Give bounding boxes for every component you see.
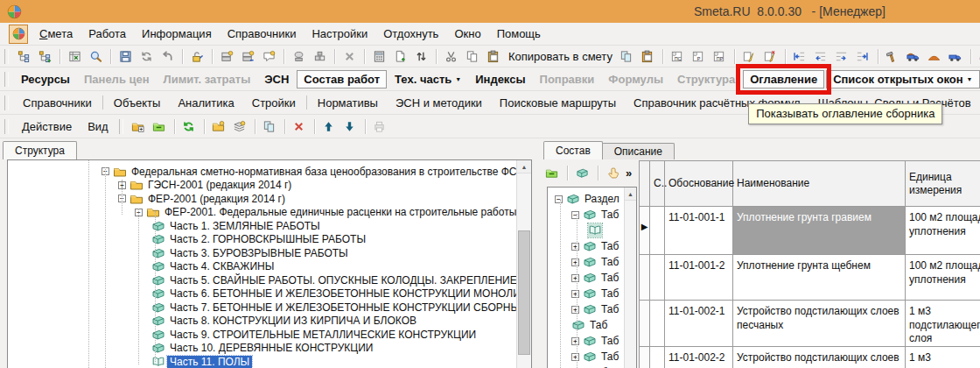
tree-item[interactable]: +Таб [548, 349, 636, 364]
chevron-more-icon[interactable]: » [626, 166, 632, 180]
move-up-button[interactable] [320, 117, 340, 136]
stamp-button[interactable] [290, 47, 309, 66]
tree-item[interactable]: Таб [548, 317, 636, 333]
collapse-toggle-icon[interactable]: − [571, 211, 579, 219]
paste-clipboard-button[interactable] [639, 47, 658, 66]
tree-vertical-scrollbar[interactable]: ▲ [516, 160, 531, 368]
section-поисковые-маршруты[interactable]: Поисковые маршруты [491, 96, 625, 110]
view-tab-состав-работ[interactable]: Состав работ [297, 70, 387, 88]
column-header[interactable]: Обоснование [665, 161, 733, 207]
menu-работа[interactable]: Работа [80, 26, 134, 41]
edit-template-x-button[interactable] [761, 47, 780, 66]
tree-item[interactable]: −Раздел [548, 191, 636, 207]
refresh-green-button[interactable] [180, 117, 200, 136]
delete-x-button[interactable] [340, 47, 360, 66]
tree-item[interactable]: Часть 5. СВАЙНЫЕ РАБОТЫ. ОПУСКНЫЕ КОЛОДЦ… [8, 273, 531, 287]
refresh-button[interactable] [137, 47, 157, 66]
add-page-button[interactable] [391, 47, 410, 66]
tree-item[interactable]: Часть 6. БЕТОННЫЕ И ЖЕЛЕЗОБЕТОННЫЕ КОНСТ… [8, 287, 531, 301]
tab-состав[interactable]: Состав [543, 141, 603, 159]
system-menu-icon[interactable] [9, 25, 28, 44]
search-button[interactable] [87, 47, 106, 66]
toolbar-grip[interactable] [4, 72, 9, 87]
expand-toggle-icon[interactable]: + [571, 274, 579, 282]
expand-toggle-icon[interactable]: + [571, 290, 579, 298]
copy-pages-button[interactable] [261, 117, 280, 136]
tree-item[interactable]: +Таб [548, 254, 636, 270]
copy-button[interactable] [463, 47, 482, 66]
unlock-button[interactable] [188, 47, 207, 66]
tree-item[interactable]: +Таб [548, 301, 636, 317]
toolbar-grip[interactable] [119, 119, 123, 134]
tree-item[interactable]: Часть 10. ДЕРЕВЯННЫЕ КОНСТРУКЦИИ [8, 342, 531, 356]
indent-first-button[interactable] [791, 47, 810, 66]
new-folder-button[interactable] [210, 117, 229, 136]
indent-right-button[interactable] [833, 47, 852, 66]
truck-button[interactable] [947, 47, 966, 66]
menu-настройки[interactable]: Настройки [304, 26, 375, 41]
save-button[interactable] [116, 47, 136, 66]
cut-button[interactable] [442, 47, 461, 66]
tree-item[interactable]: Часть 3. БУРОВЗРЫВНЫЕ РАБОТЫ [8, 246, 531, 260]
folder-expand-button[interactable] [130, 117, 149, 136]
folder-collapse-button[interactable] [542, 163, 563, 182]
cabinet-settings-button[interactable] [218, 47, 237, 66]
toolbar-grip[interactable] [4, 119, 9, 134]
objects-button[interactable] [311, 47, 330, 66]
undo-button[interactable] [158, 47, 178, 66]
view-tab-тех-часть[interactable]: Тех. часть▼ [388, 71, 467, 88]
section-стройки[interactable]: Стройки [243, 96, 304, 110]
book-button[interactable] [573, 163, 593, 182]
view-tab-индексы[interactable]: Индексы [469, 71, 531, 88]
tree-item[interactable]: Часть 2. ГОРНОВСКРЫШНЫЕ РАБОТЫ [8, 233, 531, 247]
toolbar-grip[interactable] [4, 49, 9, 64]
menu-действие[interactable]: Действие [14, 119, 80, 134]
view-tab-список-открытых-окон[interactable]: Список открытых окон▼ [826, 70, 979, 88]
view-tab-ресурсы[interactable]: Ресурсы [15, 71, 76, 88]
tree-item[interactable]: +Таб [548, 270, 636, 286]
indent-last-button[interactable] [854, 47, 873, 66]
tree-item[interactable]: Часть 1. ЗЕМЛЯНЫЕ РАБОТЫ [8, 219, 531, 233]
tree-item[interactable]: +Таб [548, 238, 636, 254]
print-button[interactable] [371, 117, 390, 136]
tree-item[interactable]: Часть 4. СКВАЖИНЫ [8, 260, 531, 274]
truck-load-button[interactable] [905, 47, 924, 66]
column-header[interactable]: Наименование [733, 161, 906, 207]
sort-updown-button[interactable] [412, 47, 431, 66]
scroll-up-icon[interactable]: ▲ [517, 160, 531, 173]
hand-pointer-button[interactable] [604, 163, 624, 182]
column-header[interactable]: С.. [650, 161, 665, 207]
table-row[interactable]: ▶11-01-001-1Уплотнение грунта гравием100… [639, 207, 980, 255]
menu-справочники[interactable]: Справочники [220, 26, 304, 41]
tree-view-button[interactable] [15, 47, 34, 66]
books-button[interactable] [976, 47, 980, 66]
expand-toggle-icon[interactable]: + [571, 353, 579, 361]
toolbar-grip[interactable] [4, 96, 9, 110]
expand-toggle-icon[interactable]: + [571, 306, 579, 314]
section-справочники[interactable]: Справочники [14, 96, 101, 110]
view-tab-оглавление[interactable]: Оглавление [743, 70, 824, 88]
doc-р-button[interactable]: Р [690, 47, 709, 66]
copy-to-estimate-button[interactable]: Копировать в смету [504, 50, 617, 63]
section-эсн-и-методики[interactable]: ЭСН и методики [387, 96, 491, 110]
expand-toggle-icon[interactable]: + [571, 258, 579, 266]
table-row[interactable]: 11-01-001-2Уплотнение грунта щебнем100 м… [639, 255, 980, 301]
tree-item[interactable]: −ФЕР-2001 (редакция 2014 г) [8, 192, 531, 206]
indent-left-button[interactable] [812, 47, 831, 66]
tree-item[interactable]: −ФЕР-2001. Федеральные единичные расценк… [8, 206, 531, 220]
menu-помощь[interactable]: Помощь [489, 26, 549, 41]
tree-item[interactable]: +ГЭСН-2001 (редакция 2014 г) [8, 179, 531, 193]
tab-structure[interactable]: Структура [3, 141, 77, 159]
edit-template-button[interactable] [740, 47, 760, 66]
menu-информация[interactable]: Информация [134, 26, 220, 41]
menu-вид[interactable]: Вид [80, 119, 116, 134]
section-объекты[interactable]: Объекты [105, 96, 170, 110]
tree-item[interactable]: −Таб [548, 207, 636, 223]
menu-окно[interactable]: Окно [446, 26, 488, 41]
tree-pane-button[interactable] [36, 47, 55, 66]
materials-pile-button[interactable] [926, 47, 945, 66]
sections-scrollbar[interactable]: ▲ [624, 188, 636, 368]
hammer-button[interactable] [884, 47, 903, 66]
delete-red-button[interactable] [290, 117, 310, 136]
doc-пр-button[interactable]: ПР [710, 47, 730, 66]
